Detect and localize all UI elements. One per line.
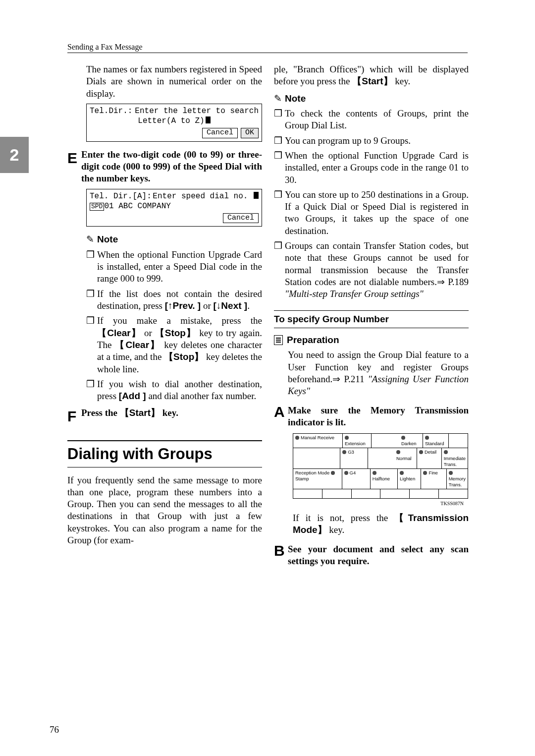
left-column: The names or fax numbers registered in S…	[67, 63, 262, 546]
step-b: B See your document and select any scan …	[274, 543, 469, 568]
rnote-2: You can program up to 9 Groups.	[285, 135, 469, 147]
preparation-text: You need to assign the Group Dial featur…	[288, 349, 469, 397]
step-f-b: key.	[160, 407, 178, 418]
lcd-tel-dir: Tel.Dir.: Enter the letter to search Let…	[86, 104, 262, 142]
clear-key: Clear	[107, 328, 131, 338]
note-3a: If you make a mistake, press the	[97, 315, 262, 326]
step-e-text: Enter the two-digit code (00 to 99) or t…	[81, 149, 262, 185]
note-2c: .	[247, 300, 250, 311]
add-key: [Add ]	[119, 391, 146, 401]
note-heading: ✎ Note	[274, 93, 469, 105]
panel-reception-stamp: Reception Mode Stamp	[293, 469, 342, 489]
lcd1-line1b: Enter the letter to search	[135, 106, 259, 116]
lcd2-line1b: Enter speed dial no.	[153, 192, 248, 201]
page-number: 76	[50, 724, 59, 735]
step-f-text: Press the 【Start】 key.	[81, 407, 262, 426]
stop-key-2: Stop	[173, 351, 194, 362]
note-bullets: ❒ When the optional Function Upgrade Car…	[86, 249, 262, 403]
lcd2-cancel-button[interactable]: Cancel	[223, 213, 259, 224]
panel-button[interactable]	[439, 489, 468, 498]
led-icon	[342, 450, 346, 454]
lcd1-cancel-button[interactable]: Cancel	[202, 128, 238, 138]
panel-id: TKSS087N	[274, 501, 464, 507]
note-1: When the optional Function Upgrade Card …	[97, 249, 262, 285]
right-column: ple, "Branch Offices") which will be dis…	[274, 63, 469, 567]
panel-normal: Normal	[394, 448, 417, 468]
speed-dial-intro: The names or fax numbers registered in S…	[86, 63, 262, 100]
panel-darken: Darken	[399, 434, 423, 448]
panel-button[interactable]	[352, 489, 381, 498]
panel-fine: Fine	[421, 469, 446, 489]
led-icon	[400, 471, 404, 475]
transmission-mode-text: If it is not, press the 【Transmission Mo…	[293, 512, 469, 536]
lcd1-line1a: Tel.Dir.:	[90, 106, 132, 116]
document-icon	[274, 335, 283, 345]
led-icon	[449, 471, 453, 475]
panel-memory-trans: Memory Trans.	[447, 469, 468, 489]
fax-control-panel: Manual Receive Extension Darken Standard…	[293, 433, 468, 499]
lcd1-ok-button[interactable]: OK	[241, 128, 259, 138]
led-icon	[345, 436, 349, 440]
pencil-icon: ✎	[86, 233, 94, 245]
panel-standard: Standard	[423, 434, 449, 448]
bullet-icon: ❒	[86, 378, 97, 403]
panel-halftone: Halftone	[371, 469, 398, 489]
panel-button[interactable]	[322, 489, 352, 498]
bullet-icon: ❒	[274, 135, 285, 147]
note-4: If you wish to dial another destination,…	[97, 378, 262, 403]
cursor-icon	[254, 192, 259, 199]
panel-button[interactable]	[410, 489, 439, 498]
specify-group-number-heading: To specify Group Number	[274, 310, 469, 328]
bullet-icon: ❒	[274, 189, 285, 237]
groups-intro: If you frequently send the same message …	[67, 474, 262, 547]
bullet-icon: ❒	[274, 108, 285, 132]
start-key: Start	[129, 407, 151, 418]
panel-button[interactable]	[293, 489, 322, 498]
header-text: Sending a Fax Message	[67, 43, 143, 51]
led-icon	[444, 450, 448, 454]
step-f-letter: F	[67, 407, 81, 426]
panel-detail: Detail	[417, 448, 442, 468]
step-e-letter: E	[67, 149, 81, 185]
bullet-icon: ❒	[274, 240, 285, 300]
step-f-a: Press the	[81, 407, 120, 418]
led-icon	[401, 436, 405, 440]
rnote-5a: Groups can contain Transfer Station code…	[285, 240, 469, 287]
stop-key: Stop	[165, 328, 186, 338]
start-key: Start	[362, 76, 383, 86]
panel-manual-receive: Manual Receive	[293, 434, 343, 448]
led-icon	[396, 450, 400, 454]
step-a: A Make sure the Memory Transmission indi…	[274, 405, 469, 429]
led-icon	[295, 436, 299, 440]
led-icon	[331, 471, 335, 475]
chapter-tab-number: 2	[10, 145, 19, 165]
panel-extension: Extension	[343, 434, 372, 448]
rnote-4: You can store up to 250 destinations in …	[285, 189, 469, 237]
groups-intro-cont: ple, "Branch Offices") which will be dis…	[274, 63, 469, 88]
note-3: If you make a mistake, press the 【Clear】…	[97, 315, 262, 375]
led-icon	[423, 471, 427, 475]
led-icon	[344, 471, 348, 475]
lcd-speed-dial: Tel. Dir.[A]: Enter speed dial no. SPD01…	[86, 189, 262, 227]
next-key: [↓Next ]	[214, 300, 248, 311]
note-2: If the list does not contain the desired…	[97, 288, 262, 312]
tm-a: If it is not, press the	[293, 513, 394, 523]
rnote-1: To check the contents of Groups, print t…	[285, 108, 469, 132]
led-icon	[425, 436, 429, 440]
lcd1-line2: Letter(A to Z)	[138, 116, 204, 125]
bullet-icon: ❒	[86, 315, 97, 375]
bullet-icon: ❒	[274, 150, 285, 186]
note-2b: or	[203, 300, 214, 311]
cont-b: key.	[393, 76, 411, 86]
rnote-5: Groups can contain Transfer Station code…	[285, 240, 469, 300]
bullet-icon: ❒	[86, 288, 97, 312]
clear-key-2: Clear	[126, 340, 150, 350]
panel-g4: G4	[342, 469, 371, 489]
step-a-letter: A	[274, 403, 288, 421]
dialing-with-groups-heading: Dialing with Groups	[67, 440, 262, 467]
step-b-letter: B	[274, 541, 288, 560]
panel-button[interactable]	[380, 489, 410, 498]
note-label: Note	[285, 93, 306, 105]
preparation-heading: Preparation	[274, 334, 469, 346]
spd-tag: SPD	[90, 203, 104, 211]
